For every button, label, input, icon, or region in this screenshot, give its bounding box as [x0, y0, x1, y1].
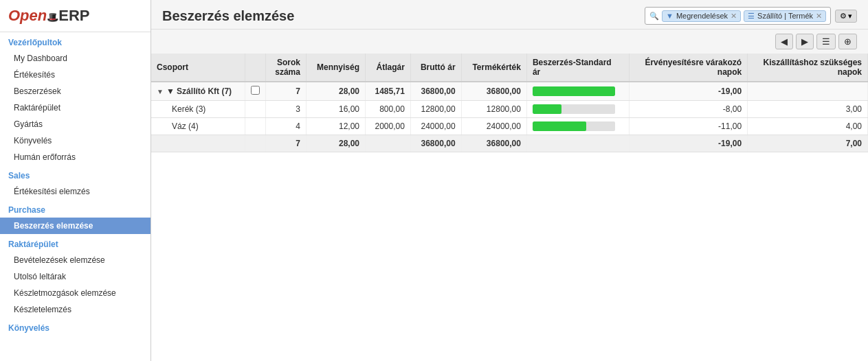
- forward-button[interactable]: ▶: [796, 34, 814, 49]
- cell-brutto-vaz: 24000,00: [410, 118, 461, 135]
- sidebar-item-my-dashboard[interactable]: My Dashboard: [0, 50, 151, 67]
- table-row-child-kerek[interactable]: Kerék (3) 3 16,00 800,00 12800,00 12800,…: [151, 101, 868, 118]
- cell-checkbox-vaz[interactable]: [245, 118, 266, 135]
- cell-total-sorok: 7: [266, 135, 307, 152]
- sidebar-item-keszlet-mozg[interactable]: Készletmozgások elemzése: [0, 285, 151, 301]
- progress-bar-vaz: [533, 121, 615, 131]
- cell-total-brutto: 36800,00: [410, 135, 461, 152]
- cell-atlag-vaz: 2000,00: [366, 118, 411, 135]
- cell-checkbox-kerek[interactable]: [245, 101, 266, 118]
- cell-checkbox-szallito[interactable]: [245, 82, 266, 101]
- cell-total-termek: 36800,00: [461, 135, 526, 152]
- cell-termek-szallito: 36800,00: [461, 82, 526, 101]
- sidebar-section-title-sales: Sales: [0, 165, 151, 183]
- cell-sorok-vaz: 4: [266, 118, 307, 135]
- cell-total-csoport: [151, 135, 245, 152]
- table-container: Csoport Sorokszáma Mennyiség Átlagár Bru…: [151, 54, 868, 361]
- sidebar-section-vezerlop: Vezérlőpultok My Dashboard Értékesítés B…: [0, 32, 151, 165]
- cell-total-atlag: [366, 135, 411, 152]
- progress-fill-szallito: [533, 86, 615, 96]
- sidebar: Open🎩ERP Vezérlőpultok My Dashboard Érté…: [0, 0, 151, 361]
- col-header-kisz-napok: Kiszállításhoz szükségesnapok: [748, 54, 868, 82]
- search-bar[interactable]: 🔍 ▼ Megrendelések ✕ ☰ Szállító | Termék …: [645, 7, 831, 25]
- settings-chevron: ▾: [848, 12, 852, 21]
- col-header-csoport: Csoport: [151, 54, 245, 82]
- sidebar-item-utolso-lelt[interactable]: Utolsó leltárak: [0, 268, 151, 285]
- col-header-checkbox: [245, 54, 266, 82]
- sidebar-item-ert-elemz[interactable]: Értékesítési elemzés: [0, 183, 151, 200]
- list-view-button[interactable]: ☰: [816, 34, 836, 49]
- sidebar-section-title-purchase: Purchase: [0, 200, 151, 218]
- cell-kisz-szallito: [748, 82, 868, 101]
- sidebar-item-bev-elemz[interactable]: Bevételezések elemzése: [0, 252, 151, 268]
- settings-button[interactable]: ⚙ ▾: [835, 10, 857, 23]
- settings-icon: ⚙: [840, 12, 847, 21]
- col-header-sorok: Sorokszáma: [266, 54, 307, 82]
- sidebar-section-purchase: Purchase Beszerzés elemzése: [0, 200, 151, 234]
- chart-view-button[interactable]: ⊕: [838, 34, 857, 49]
- filter-icon-megrendeles: ▼: [666, 12, 674, 20]
- main-content: Beszerzés elemzése 🔍 ▼ Megrendelések ✕ ☰…: [151, 0, 868, 361]
- sidebar-item-keszlet-elemz[interactable]: Készletelemzés: [0, 301, 151, 318]
- back-button[interactable]: ◀: [775, 34, 793, 49]
- logo-area: Open🎩ERP: [0, 0, 151, 32]
- col-header-atlag: Átlagár: [366, 54, 411, 82]
- cell-total-kisz: 7,00: [748, 135, 868, 152]
- filter-label-szallito: Szállító | Termék: [757, 12, 813, 20]
- table-header-row: Csoport Sorokszáma Mennyiség Átlagár Bru…: [151, 54, 868, 82]
- filter-label-megrendeles: Megrendelések: [676, 12, 728, 20]
- table-row-total: 7 28,00 36800,00 36800,00 -19,00 7,00: [151, 135, 868, 152]
- sidebar-item-ertekesites[interactable]: Értékesítés: [0, 67, 151, 83]
- cell-mennyiseg-kerek: 16,00: [306, 101, 365, 118]
- cell-kisz-vaz: 4,00: [748, 118, 868, 135]
- cell-total-bar: [526, 135, 629, 152]
- cell-sorok-szallito: 7: [266, 82, 307, 101]
- progress-bar-kerek: [533, 104, 615, 114]
- cell-mennyiseg-szallito: 28,00: [306, 82, 365, 101]
- page-title: Beszerzés elemzése: [162, 8, 294, 24]
- cell-bar-vaz: [526, 118, 629, 135]
- sidebar-item-beszerzes[interactable]: Beszerzések: [0, 83, 151, 100]
- cell-termek-vaz: 24000,00: [461, 118, 526, 135]
- sidebar-section-konyv2: Könyvelés: [0, 318, 151, 336]
- sidebar-section-title-konyv2: Könyvelés: [0, 318, 151, 336]
- cell-kisz-kerek: 3,00: [748, 101, 868, 118]
- filter-icon-szallito: ☰: [748, 12, 755, 21]
- sidebar-section-title-raktarepulet2: Raktárépület: [0, 234, 151, 252]
- cell-erv-vaz: -11,00: [630, 118, 748, 135]
- sidebar-item-human[interactable]: Humán erőforrás: [0, 149, 151, 165]
- search-icon: 🔍: [649, 12, 659, 21]
- sidebar-item-gyartas[interactable]: Gyártás: [0, 116, 151, 132]
- filter-close-szallito[interactable]: ✕: [816, 12, 822, 21]
- cell-atlag-szallito: 1485,71: [366, 82, 411, 101]
- main-header: Beszerzés elemzése 🔍 ▼ Megrendelések ✕ ☰…: [151, 0, 868, 30]
- logo-erp: ERP: [58, 7, 89, 24]
- row-checkbox[interactable]: [251, 86, 260, 95]
- progress-bar-szallito: [533, 86, 615, 96]
- col-header-standard: Beszerzés-Standardár: [526, 54, 629, 82]
- expand-icon[interactable]: ▼: [157, 88, 164, 95]
- progress-fill-kerek: [533, 104, 561, 114]
- col-header-mennyiseg: Mennyiség: [306, 54, 365, 82]
- cell-mennyiseg-vaz: 12,00: [306, 118, 365, 135]
- sidebar-section-sales: Sales Értékesítési elemzés: [0, 165, 151, 200]
- sidebar-item-konyv[interactable]: Könyvelés: [0, 132, 151, 149]
- cell-total-mennyiseg: 28,00: [306, 135, 365, 152]
- filter-tag-megrendeles[interactable]: ▼ Megrendelések ✕: [662, 10, 741, 22]
- table-row-child-vaz[interactable]: Váz (4) 4 12,00 2000,00 24000,00 24000,0…: [151, 118, 868, 135]
- cell-brutto-kerek: 12800,00: [410, 101, 461, 118]
- col-header-brutto: Bruttó ár: [410, 54, 461, 82]
- cell-csoport-kerek: Kerék (3): [151, 101, 245, 118]
- filter-close-megrendeles[interactable]: ✕: [731, 12, 737, 21]
- table-row-group-szallito[interactable]: ▼▼ Szállító Kft (7) 7 28,00 1485,71 3680…: [151, 82, 868, 101]
- cell-erv-szallito: -19,00: [630, 82, 748, 101]
- cell-erv-kerek: -8,00: [630, 101, 748, 118]
- sidebar-item-besz-elemz[interactable]: Beszerzés elemzése: [0, 218, 151, 234]
- logo-open: Open: [8, 7, 47, 24]
- cell-csoport-vaz: Váz (4): [151, 118, 245, 135]
- data-table: Csoport Sorokszáma Mennyiség Átlagár Bru…: [151, 54, 868, 152]
- sidebar-item-raktarepulet[interactable]: Raktárépület: [0, 100, 151, 116]
- filter-tag-szallito[interactable]: ☰ Szállító | Termék ✕: [744, 10, 826, 22]
- progress-fill-vaz: [533, 121, 586, 131]
- col-header-termek: Termékérték: [461, 54, 526, 82]
